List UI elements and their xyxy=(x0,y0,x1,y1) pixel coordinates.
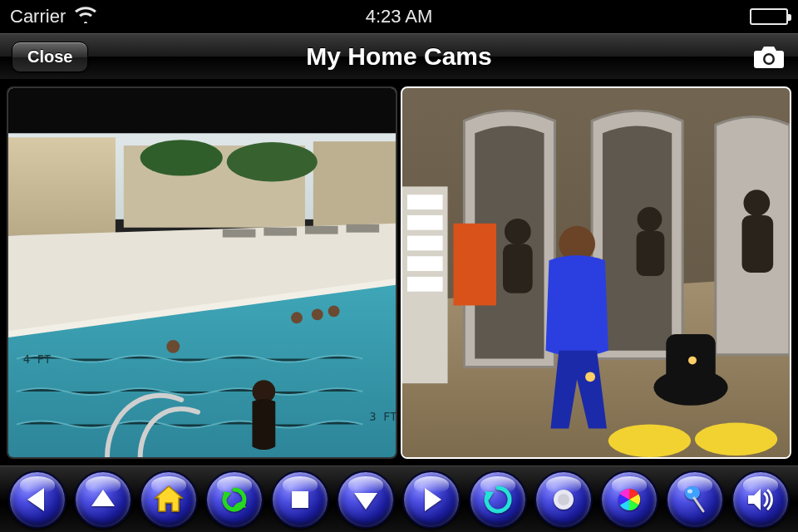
home-button[interactable] xyxy=(140,470,198,529)
pan-down-button[interactable] xyxy=(337,470,395,529)
up-arrow-icon xyxy=(86,483,120,516)
camera-icon xyxy=(752,43,786,70)
right-arrow-icon xyxy=(415,483,448,516)
svg-point-55 xyxy=(558,494,569,505)
svg-rect-6 xyxy=(313,141,396,232)
snapshot-button[interactable] xyxy=(751,43,786,70)
svg-point-19 xyxy=(328,305,340,317)
toolbar xyxy=(0,466,798,532)
svg-point-8 xyxy=(227,142,318,181)
reload-swirl-icon xyxy=(481,483,515,516)
pan-up-button[interactable] xyxy=(74,470,132,529)
home-icon xyxy=(152,483,185,516)
record-button[interactable] xyxy=(534,470,593,529)
pin-icon xyxy=(678,483,712,516)
svg-point-7 xyxy=(140,140,223,175)
svg-rect-3 xyxy=(8,88,396,133)
svg-marker-52 xyxy=(425,488,441,511)
pan-left-button[interactable] xyxy=(8,470,66,529)
svg-rect-13 xyxy=(347,224,380,233)
camera-tile-pool[interactable]: 4 FT 3 FT xyxy=(7,86,397,459)
stop-button[interactable] xyxy=(271,470,329,529)
color-wheel-icon xyxy=(613,483,646,516)
svg-rect-37 xyxy=(503,244,533,293)
carrier-label: Carrier xyxy=(10,6,66,27)
svg-point-43 xyxy=(585,372,595,382)
record-icon xyxy=(547,483,580,516)
svg-point-44 xyxy=(688,357,697,365)
color-button[interactable] xyxy=(600,470,658,529)
svg-rect-41 xyxy=(741,215,773,273)
refresh-button[interactable] xyxy=(205,470,264,529)
pin-button[interactable] xyxy=(666,470,724,529)
svg-point-1 xyxy=(766,56,773,63)
svg-point-36 xyxy=(505,219,531,245)
svg-text:4 FT: 4 FT xyxy=(23,352,52,366)
svg-point-40 xyxy=(743,190,770,216)
stop-icon xyxy=(283,483,317,516)
svg-rect-31 xyxy=(453,224,496,306)
svg-point-57 xyxy=(687,489,692,493)
svg-rect-11 xyxy=(264,228,297,236)
svg-point-56 xyxy=(685,486,700,500)
svg-rect-26 xyxy=(407,195,443,209)
camera-grid: 4 FT 3 FT xyxy=(0,80,798,466)
svg-rect-10 xyxy=(223,229,256,238)
svg-marker-45 xyxy=(27,488,44,511)
down-arrow-icon xyxy=(349,483,382,516)
close-button[interactable]: Close xyxy=(12,42,88,72)
svg-rect-29 xyxy=(407,256,443,271)
audio-button[interactable] xyxy=(732,470,790,529)
nav-bar: Close My Home Cams xyxy=(0,33,798,80)
svg-line-58 xyxy=(694,498,703,511)
page-title: My Home Cams xyxy=(0,42,798,71)
svg-rect-30 xyxy=(407,277,443,292)
speaker-icon xyxy=(744,483,777,516)
svg-point-38 xyxy=(638,207,663,232)
svg-text:3 FT: 3 FT xyxy=(369,410,396,423)
svg-rect-50 xyxy=(292,491,308,508)
refresh-icon xyxy=(218,483,251,516)
svg-rect-4 xyxy=(8,137,116,235)
pool-cam-image: 4 FT 3 FT xyxy=(8,88,396,457)
svg-point-17 xyxy=(291,312,303,323)
svg-point-34 xyxy=(608,425,691,457)
svg-point-35 xyxy=(695,423,777,456)
svg-rect-28 xyxy=(407,236,443,251)
svg-point-18 xyxy=(312,308,323,320)
svg-marker-47 xyxy=(155,486,182,511)
battery-icon xyxy=(750,8,788,25)
pan-right-button[interactable] xyxy=(402,470,461,529)
left-arrow-icon xyxy=(21,483,54,516)
reload-button[interactable] xyxy=(469,470,527,529)
svg-point-16 xyxy=(166,340,180,353)
svg-rect-39 xyxy=(637,231,665,276)
svg-marker-59 xyxy=(748,489,761,510)
camera-tile-salon[interactable] xyxy=(401,86,791,459)
svg-marker-46 xyxy=(91,490,115,506)
wifi-icon xyxy=(74,5,97,28)
svg-marker-51 xyxy=(354,493,377,510)
salon-cam-image xyxy=(402,88,790,457)
svg-rect-12 xyxy=(305,226,338,234)
status-bar: Carrier 4:23 AM xyxy=(0,0,798,33)
svg-rect-27 xyxy=(407,215,443,230)
